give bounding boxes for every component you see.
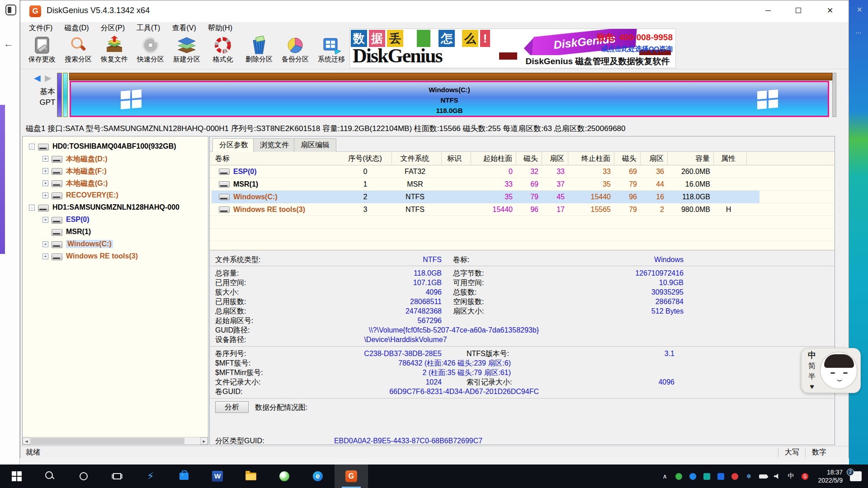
red-app-icon[interactable] (730, 473, 741, 480)
partition-type-guid-row: 分区类型GUID: EBD0A0A2-B9E5-4433-87C0-68B6B7… (215, 436, 482, 445)
tab-sector-edit[interactable]: 扇区编辑 (294, 138, 336, 152)
details-section: 文件系统类型: NTFS 卷标: Windows 总容量: 118.0GB 总字… (210, 250, 835, 445)
teal-app-icon[interactable] (702, 473, 712, 480)
menu-partition[interactable]: 分区(P) (95, 22, 131, 34)
ime-mode-chinese[interactable]: 中 (806, 350, 818, 361)
menu-disk[interactable]: 磁盘(D) (58, 22, 94, 34)
ime-avatar[interactable] (820, 352, 858, 389)
titlebar[interactable]: G DiskGenius V5.4.3.1342 x64 ─ ✕ (20, 0, 849, 22)
expander-icon[interactable]: - (29, 144, 35, 150)
tree-horizontal-scrollbar[interactable]: ◄ ► (23, 437, 208, 445)
analyze-button[interactable]: 分析 (215, 401, 249, 413)
partition-scroll-left-icon[interactable]: ◀ (34, 73, 41, 83)
table-row-esp[interactable]: ESP(0) 0 FAT32 0 32 33 33 69 36 260.0MB (210, 165, 835, 178)
volume-icon[interactable] (772, 474, 783, 479)
ime-mode-halfwidth[interactable]: 半 (806, 371, 818, 381)
partition-block-esp[interactable] (57, 73, 62, 117)
ime-mode-simplified[interactable]: 简 (806, 361, 818, 371)
partition-icon (52, 192, 62, 199)
quick-partition-button[interactable]: 快速分区 (132, 35, 169, 68)
banner-qq-link[interactable]: 或点击此处选择QQ咨询 (597, 45, 673, 53)
partition-block-windows-c[interactable]: Windows(C:) NTFS 118.0GB (70, 81, 829, 117)
banner-ad[interactable]: 数 据 丢 怎 么 ! DiskGenius DiskGenius 致电: 40… (349, 28, 676, 68)
edge-button[interactable]: e (301, 465, 335, 488)
blue-square-icon[interactable] (716, 473, 726, 480)
expander-icon[interactable]: + (42, 156, 48, 162)
taskbar-clock[interactable]: 18:37 2022/5/9 (818, 468, 843, 484)
banner-tagline: DiskGenius 磁盘管理及数据恢复软件 (522, 55, 674, 68)
table-row-windows-c-selected[interactable]: Windows(C:) 2 NTFS 35 79 45 15440 96 16 … (210, 191, 835, 203)
green-app-icon[interactable] (674, 473, 684, 480)
scroll-thumb[interactable] (31, 438, 184, 444)
banner-phone: 致电: 400-008-9958 (597, 32, 673, 43)
microsoft-store-button[interactable] (167, 465, 201, 488)
partition-scroll-right-icon[interactable]: ▶ (45, 73, 52, 83)
tree-item-local-g[interactable]: + 本地磁盘(G:) (23, 178, 208, 189)
recover-files-button[interactable]: 恢复文件 (96, 35, 132, 68)
edge-icon: e (313, 471, 323, 481)
ime-zh-icon[interactable]: 中 (786, 472, 797, 480)
tab-browse-files[interactable]: 浏览文件 (253, 138, 296, 152)
pinned-app-green[interactable] (268, 465, 301, 488)
tree-item-msr[interactable]: MSR(1) (23, 226, 208, 238)
tray-chevron-up[interactable]: ∧ (660, 473, 670, 480)
snowflake-icon[interactable]: ❄ (744, 473, 755, 480)
partition-block-msr[interactable] (63, 73, 68, 117)
menu-view[interactable]: 查看(V) (166, 22, 202, 34)
notification-badge: 2 (847, 469, 854, 476)
ime-heart-icon[interactable]: ♥ (806, 381, 818, 392)
taskbar-search-button[interactable] (33, 465, 67, 488)
tree-item-local-d[interactable]: + 本地磁盘(D:) (23, 153, 208, 165)
scroll-left-icon[interactable]: ◄ (23, 437, 30, 445)
save-changes-button[interactable]: 保存更改 (24, 35, 60, 68)
tree-item-hd0[interactable]: - HD0:TOSHIBAMQ04ABF100(932GB) (23, 141, 208, 153)
window-title: DiskGenius V5.4.3.1342 x64 (47, 6, 150, 15)
format-button[interactable]: 格式化 (205, 35, 241, 68)
table-row-msr[interactable]: MSR(1) 1 MSR 33 69 37 35 79 44 16.0MB (210, 178, 835, 191)
notification-center-button[interactable]: 2 (850, 471, 862, 481)
pinned-app-lightning[interactable]: ⚡ (134, 465, 167, 488)
word-button[interactable]: W (201, 465, 234, 488)
menu-file[interactable]: 文件(F) (23, 22, 58, 34)
cortana-button[interactable] (67, 465, 100, 488)
menu-help[interactable]: 帮助(H) (202, 22, 238, 34)
close-button[interactable]: ✕ (820, 0, 840, 21)
battery-icon[interactable] (758, 474, 769, 479)
expander-icon[interactable]: + (42, 192, 48, 198)
delete-partition-button[interactable]: 删除分区 (241, 35, 277, 68)
diskgenius-taskbar-button[interactable]: G (335, 465, 368, 488)
tree-item-local-f[interactable]: + 本地磁盘(F:) (23, 165, 208, 177)
blue-circle-icon[interactable] (688, 473, 698, 480)
expander-icon[interactable]: + (42, 180, 48, 186)
start-button[interactable] (0, 465, 33, 488)
tree-item-recovery-e[interactable]: + RECOVERY(E:) (23, 190, 208, 202)
menu-tools[interactable]: 工具(T) (131, 22, 166, 34)
expander-icon[interactable]: + (42, 253, 48, 259)
tree-item-esp[interactable]: + ESP(0) (23, 214, 208, 226)
tree-item-windows-re[interactable]: + Windows RE tools(3) (23, 251, 208, 263)
task-view-button[interactable] (100, 465, 134, 488)
file-explorer-button[interactable] (234, 465, 268, 488)
date: 2022/5/9 (818, 476, 843, 484)
expander-icon[interactable]: + (42, 168, 48, 174)
store-icon (179, 473, 189, 480)
maximize-button[interactable] (788, 0, 809, 21)
minimize-button[interactable]: ─ (758, 0, 778, 21)
scroll-right-icon[interactable]: ► (200, 437, 208, 445)
sogou-icon[interactable]: S (800, 473, 811, 480)
partition-bar-scrollbar[interactable] (832, 73, 836, 117)
tree-item-hd1[interactable]: - HD1:SAMSUNGMZNLN128HAHQ-000 (23, 202, 208, 214)
expander-icon[interactable]: + (42, 241, 48, 247)
new-partition-button[interactable]: 新建分区 (169, 35, 205, 68)
backup-partition-button[interactable]: 备份分区 (277, 35, 313, 68)
ime-floating-widget[interactable]: 中 简 半 ♥ (801, 348, 861, 393)
table-row-windows-re[interactable]: Windows RE tools(3) 3 NTFS 15440 96 17 1… (210, 203, 835, 216)
system-migrate-button[interactable]: 系统迁移 (313, 35, 349, 68)
partition-icon (52, 217, 62, 224)
tree-item-windows-c[interactable]: + Windows(C:) (23, 239, 208, 250)
expander-icon[interactable]: - (29, 205, 35, 211)
partition-icon (219, 194, 230, 200)
search-partition-button[interactable]: 搜索分区 (60, 35, 96, 68)
expander-icon[interactable]: + (42, 217, 48, 223)
tab-partition-params[interactable]: 分区参数 (212, 138, 255, 152)
